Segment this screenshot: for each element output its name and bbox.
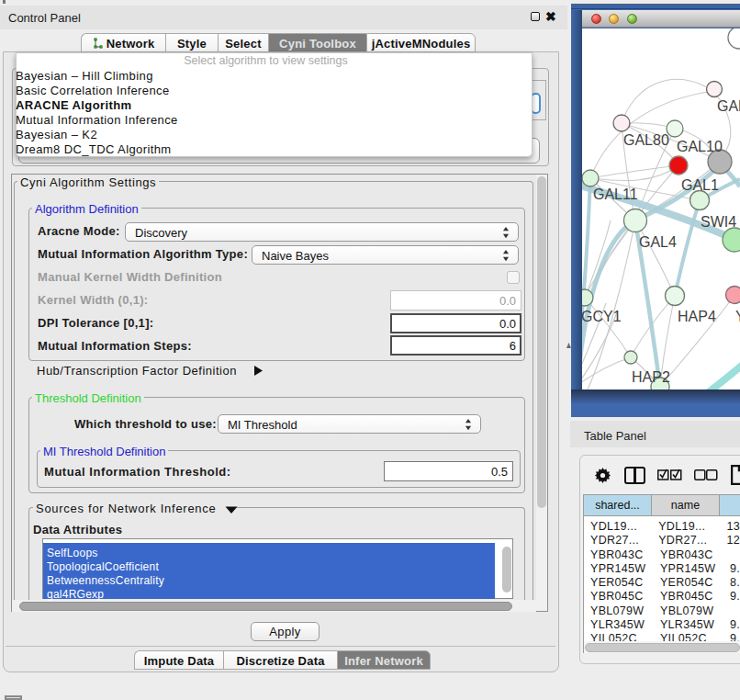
svg-text:GAL4: GAL4: [639, 234, 677, 250]
svg-text:SWI4: SWI4: [701, 214, 736, 230]
svg-text:HAP4: HAP4: [678, 309, 716, 324]
svg-text:Y: Y: [735, 309, 740, 324]
svg-text:HAP2: HAP2: [632, 369, 670, 385]
svg-text:GAL10: GAL10: [677, 139, 723, 154]
svg-text:GCY1: GCY1: [582, 309, 622, 324]
svg-text:GAL11: GAL11: [593, 186, 638, 202]
svg-text:GAL80: GAL80: [623, 132, 669, 148]
svg-text:GAL1: GAL1: [681, 177, 719, 193]
svg-text:GAL: GAL: [717, 98, 740, 114]
